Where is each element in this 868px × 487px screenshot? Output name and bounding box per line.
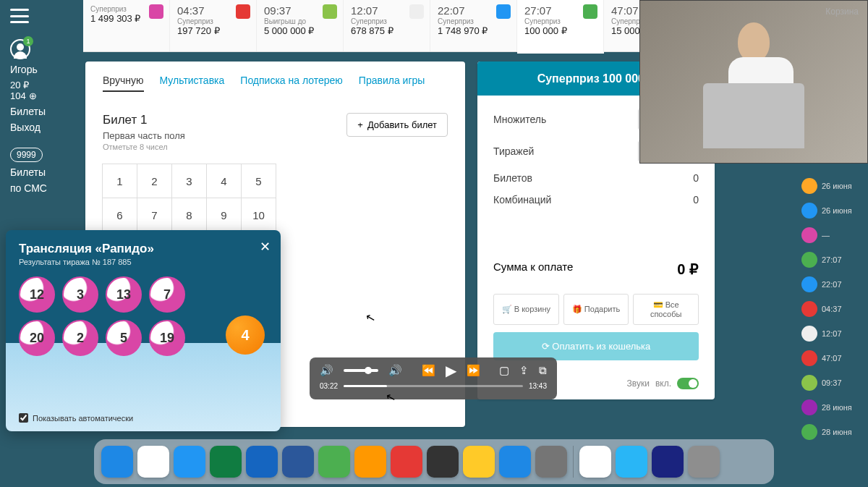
draw-list-item[interactable]: 28 июня: [799, 395, 868, 420]
close-icon[interactable]: ✕: [260, 239, 271, 255]
cursor-icon: [386, 391, 396, 405]
dock-app-icon[interactable]: [354, 446, 386, 478]
dock-app-icon[interactable]: [463, 446, 495, 478]
number-cell[interactable]: 4: [206, 164, 242, 198]
ticket-subtitle: Первая часть поля: [103, 130, 185, 141]
draw-list-item[interactable]: 47:07: [799, 346, 868, 370]
number-cell[interactable]: 8: [171, 198, 207, 232]
lottery-tile[interactable]: 12:07Суперприз678 875 ₽: [344, 0, 430, 51]
tab-2[interactable]: Подписка на лотерею: [240, 75, 343, 92]
number-cell[interactable]: 6: [102, 198, 137, 232]
result-ball: 2: [62, 320, 98, 356]
right-draw-list: 26 июня26 июня—27:0722:0704:3712:0747:07…: [799, 174, 868, 444]
sounds-label: Звуки: [627, 378, 650, 389]
menu-icon[interactable]: [10, 9, 29, 23]
dock-app-icon[interactable]: [101, 446, 133, 478]
draw-list-item[interactable]: 26 июня: [799, 198, 868, 223]
lottery-tile[interactable]: 22:07Суперприз1 748 970 ₽: [430, 0, 517, 51]
sounds-toggle[interactable]: [677, 378, 699, 389]
tab-1[interactable]: Мультиставка: [160, 75, 225, 92]
draw-list-item[interactable]: 12:07: [799, 321, 868, 346]
draw-list-item[interactable]: 27:07: [799, 247, 868, 272]
plus-icon: +: [357, 119, 363, 130]
lottery-tile[interactable]: 09:37Выигрыш до5 000 000 ₽: [257, 0, 344, 51]
number-cell[interactable]: 2: [137, 164, 172, 198]
lottery-tile[interactable]: 04:37Суперприз197 720 ₽: [170, 0, 257, 51]
dock-app-icon[interactable]: [616, 446, 647, 478]
volume-max-icon[interactable]: 🔊: [388, 364, 402, 377]
total-value: 0 ₽: [677, 261, 699, 278]
video-current-time: 03:22: [320, 382, 338, 390]
dock-app-icon[interactable]: [282, 446, 314, 478]
tickets-link[interactable]: Билеты: [10, 106, 69, 117]
video-progress[interactable]: [344, 385, 523, 387]
webcam-overlay: Корзина: [639, 0, 868, 164]
dock-app-icon[interactable]: [391, 446, 422, 478]
draw-list-item[interactable]: 28 июня: [799, 420, 868, 444]
auto-show-checkbox[interactable]: Показывать автоматически: [19, 413, 133, 423]
draw-list-item[interactable]: 22:07: [799, 272, 868, 297]
avatar[interactable]: 1: [10, 39, 30, 59]
cam-label: Корзина: [825, 7, 859, 17]
dock-app-icon[interactable]: [499, 446, 531, 478]
pip-icon[interactable]: ⧉: [539, 364, 547, 377]
volume-slider[interactable]: [344, 369, 378, 372]
result-ball: 3: [62, 276, 98, 313]
share-icon[interactable]: ⇪: [519, 364, 529, 377]
tab-0[interactable]: Вручную: [103, 75, 144, 92]
draws-label: Тиражей: [493, 145, 534, 157]
username[interactable]: Игорь: [10, 64, 69, 75]
tickets-count: 0: [693, 172, 699, 184]
total-label: Сумма к оплате: [493, 261, 573, 278]
dock-app-icon[interactable]: [652, 446, 684, 478]
number-cell[interactable]: 5: [241, 164, 276, 198]
draw-list-item[interactable]: 04:37: [799, 297, 868, 321]
dock-app-icon[interactable]: [427, 446, 459, 478]
lottery-tile[interactable]: Суперприз1 499 303 ₽: [83, 0, 170, 51]
dock-app-icon[interactable]: [210, 446, 242, 478]
play-icon[interactable]: ▶: [446, 362, 456, 379]
forward-icon[interactable]: ⏩: [467, 364, 480, 377]
exit-link[interactable]: Выход: [10, 122, 69, 133]
sms-tickets-2[interactable]: по СМС: [10, 182, 69, 194]
number-cell[interactable]: 7: [137, 198, 172, 232]
tabs: ВручнуюМультиставкаПодписка на лотереюПр…: [103, 75, 448, 93]
broadcast-popup: ✕ Трансляция «Рапидо» Результаты тиража …: [6, 230, 281, 431]
dock-app-icon[interactable]: [579, 446, 611, 478]
volume-icon[interactable]: 🔊: [320, 364, 333, 377]
dock-app-icon[interactable]: [174, 446, 205, 478]
sms-code[interactable]: 9999: [10, 148, 43, 162]
cursor-icon: [365, 311, 375, 326]
pay-button[interactable]: ⟳ Оплатить из кошелька: [493, 332, 699, 360]
popup-title: Трансляция «Рапидо»: [19, 242, 268, 256]
dock-app-icon[interactable]: [246, 446, 278, 478]
tab-3[interactable]: Правила игры: [359, 75, 425, 92]
number-cell[interactable]: 9: [206, 198, 242, 232]
rewind-icon[interactable]: ⏪: [422, 364, 435, 377]
add-ticket-button[interactable]: +Добавить билет: [346, 113, 448, 137]
laptop-icon: [703, 83, 804, 148]
gift-button[interactable]: 🎁 Подарить: [563, 294, 629, 325]
sounds-state: вкл.: [655, 378, 671, 389]
sms-tickets-1[interactable]: Билеты: [10, 166, 69, 178]
points[interactable]: 104 ⊕: [10, 90, 69, 101]
dock-app-icon[interactable]: [137, 446, 169, 478]
cart-button[interactable]: 🛒 В корзину: [493, 294, 559, 325]
dock-app-icon[interactable]: [318, 446, 350, 478]
tickets-count-label: Билетов: [493, 172, 532, 184]
draw-list-item[interactable]: 09:37: [799, 370, 868, 395]
number-cell[interactable]: 3: [171, 164, 207, 198]
number-cell[interactable]: 10: [241, 198, 276, 232]
result-ball: 19: [149, 320, 185, 356]
lottery-tile[interactable]: 27:07Суперприз100 000 ₽: [517, 0, 604, 54]
dock-app-icon[interactable]: [535, 446, 567, 478]
airplay-icon[interactable]: ▢: [499, 364, 509, 377]
multiplier-label: Множитель: [493, 114, 546, 125]
balance[interactable]: 20 ₽: [10, 80, 69, 90]
result-ball: 13: [106, 276, 142, 313]
all-methods-button[interactable]: 💳 Все способы: [633, 294, 699, 325]
dock-app-icon[interactable]: [688, 446, 720, 478]
draw-list-item[interactable]: 26 июня: [799, 174, 868, 198]
draw-list-item[interactable]: —: [799, 223, 868, 247]
number-cell[interactable]: 1: [102, 164, 137, 198]
